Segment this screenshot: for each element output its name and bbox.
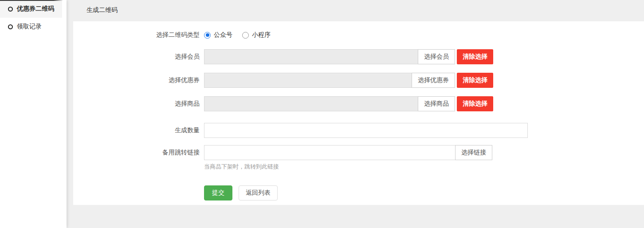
- qr-type-radio-group: 公众号 小程序: [204, 31, 280, 39]
- row-select-product: 选择商品 选择商品 清除选择: [73, 96, 644, 111]
- fallback-link-input[interactable]: [204, 145, 456, 160]
- page-title: 生成二维码: [67, 0, 644, 21]
- product-label: 选择商品: [73, 100, 204, 108]
- main-content: 生成二维码 选择二维码类型 公众号 小程序 选择会员 选择会员 清: [67, 0, 644, 228]
- sidebar: 优惠券二维码 领取记录: [0, 0, 67, 228]
- row-quantity: 生成数量: [73, 123, 644, 138]
- radio-icon[interactable]: [242, 32, 249, 39]
- sidebar-top-border: [0, 0, 63, 1]
- radio-icon[interactable]: [204, 32, 211, 39]
- clear-member-button[interactable]: 清除选择: [457, 49, 493, 64]
- select-product-button[interactable]: 选择商品: [418, 96, 455, 111]
- select-link-button[interactable]: 选择链接: [455, 145, 492, 160]
- row-select-coupon: 选择优惠券 选择优惠券 清除选择: [73, 73, 644, 88]
- member-input: [204, 49, 418, 64]
- select-member-button[interactable]: 选择会员: [418, 49, 455, 64]
- submit-button[interactable]: 提交: [204, 185, 232, 200]
- sidebar-item-label: 优惠券二维码: [17, 5, 54, 13]
- select-coupon-button[interactable]: 选择优惠券: [412, 73, 455, 88]
- member-label: 选择会员: [73, 53, 204, 61]
- form-card: 选择二维码类型 公众号 小程序 选择会员 选择会员 清除选择: [73, 21, 644, 205]
- row-actions: 提交 返回列表: [204, 185, 644, 200]
- quantity-input[interactable]: [204, 123, 528, 138]
- coupon-input: [204, 73, 412, 88]
- quantity-label: 生成数量: [73, 126, 204, 134]
- fallback-link-hint: 当商品下架时，跳转到此链接: [204, 163, 644, 171]
- radio-label: 公众号: [214, 31, 232, 39]
- circle-icon: [8, 24, 13, 29]
- row-fallback-link: 备用跳转链接 选择链接: [73, 145, 644, 160]
- row-qr-type: 选择二维码类型 公众号 小程序: [73, 31, 644, 39]
- radio-official-account[interactable]: 公众号: [204, 31, 232, 39]
- radio-mini-program[interactable]: 小程序: [242, 31, 271, 39]
- clear-coupon-button[interactable]: 清除选择: [457, 73, 493, 88]
- product-input: [204, 96, 418, 111]
- row-select-member: 选择会员 选择会员 清除选择: [73, 49, 644, 64]
- circle-icon: [8, 7, 13, 12]
- coupon-label: 选择优惠券: [73, 76, 204, 84]
- back-to-list-button[interactable]: 返回列表: [239, 185, 278, 200]
- clear-product-button[interactable]: 清除选择: [457, 96, 493, 111]
- sidebar-item-claim-records[interactable]: 领取记录: [0, 18, 67, 35]
- sidebar-item-coupon-qrcode[interactable]: 优惠券二维码: [0, 0, 62, 18]
- sidebar-item-label: 领取记录: [17, 23, 42, 31]
- radio-label: 小程序: [252, 31, 271, 39]
- fallback-link-label: 备用跳转链接: [73, 149, 204, 157]
- qr-type-label: 选择二维码类型: [73, 31, 204, 39]
